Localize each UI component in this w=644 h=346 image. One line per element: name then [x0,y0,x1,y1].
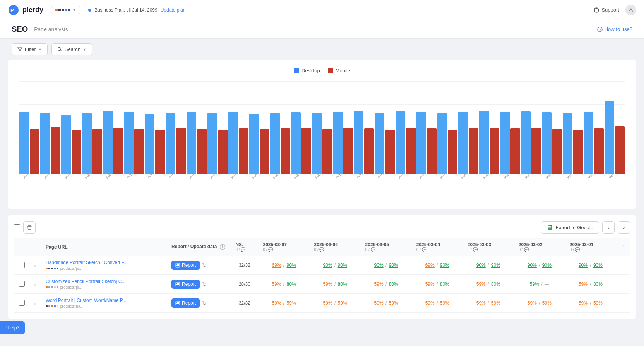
how-to-use-button[interactable]: ? How to use? [597,26,632,32]
next-page-button[interactable]: › [618,221,630,234]
score-link-s2[interactable]: 80% [440,281,449,287]
score-link-s1[interactable]: 59% [323,300,332,306]
score-link-s1[interactable]: 59% [579,281,588,287]
score-link-s1[interactable]: 69% [425,262,435,268]
score-link-s2[interactable]: 80% [287,281,296,287]
score-link-s2[interactable]: 90% [287,262,296,268]
score-link-s1[interactable]: 90% [579,262,588,268]
row-checkbox[interactable] [19,281,25,287]
report-button[interactable]: Report [171,298,200,308]
score-link-s2[interactable]: 59% [440,300,449,306]
trash-icon [27,225,32,230]
bar-mobile [406,128,416,174]
table-header-row: Page URL Report / Update data i NS: 0 / … [14,238,630,256]
score-link-s1[interactable]: 69% [272,262,281,268]
bar-mobile [51,127,60,174]
page-header: SEO Page analysis ? How to use? [0,20,644,39]
score-link-s1[interactable]: 59% [323,281,332,287]
score-link-s2[interactable]: 59% [542,300,552,306]
score-link-s1[interactable]: 90% [374,262,384,268]
score-link-s1[interactable]: 59% [374,281,384,287]
score-link-s1[interactable]: 59% [530,281,539,287]
score-link-s2[interactable]: 90% [542,262,552,268]
bar-desktop [312,113,322,174]
page-url-link[interactable]: Word Portrait | Custom Word/Name P... [46,298,162,303]
score-link-s2[interactable]: 90% [440,262,449,268]
prev-page-button[interactable]: ‹ [602,221,615,234]
score-link-s1[interactable]: 59% [374,300,384,306]
update-plan-link[interactable]: Update plan [161,7,186,13]
dot-blue [65,9,67,11]
score-link-s1[interactable]: 59% [476,300,486,306]
url-dot-0 [46,305,48,307]
row-checkbox[interactable] [19,300,25,306]
help-button[interactable]: ! help? [0,321,25,327]
score-link-s2[interactable]: 80% [389,281,398,287]
score-link-s1[interactable]: 90% [476,262,486,268]
plerdy-logo-icon: P [8,4,19,16]
bar-desktop [333,112,343,174]
delete-button[interactable] [23,221,36,234]
cell-score-6: 90% / 90% [565,256,616,275]
score-link-s1[interactable]: 59% [425,281,435,287]
th-ns: NS: 0 / 💬 [231,238,258,256]
score-link-s2[interactable]: 80% [338,281,347,287]
score-link-s1[interactable]: 90% [323,262,332,268]
score-link-s2[interactable]: 59% [491,300,500,306]
th-date-1: 2025-03-06 0 / 💬 [310,238,361,256]
score-link-s2[interactable]: 59% [593,300,603,306]
url-path: products/pr... [60,285,82,290]
score-link-s1[interactable]: 59% [528,300,537,306]
score-separator: / [334,262,336,268]
score-link-s1[interactable]: 59% [579,300,588,306]
report-button[interactable]: Report [171,280,200,289]
score-link-s2[interactable]: 90% [338,262,347,268]
select-all-checkbox[interactable] [14,224,20,230]
score-link-s1[interactable]: 59% [272,300,281,306]
cell-url: Customized Pencil Portrait Sketch| C... … [41,275,167,294]
cell-score-3: 59% / 80% [412,275,463,294]
refresh-button[interactable]: ↻ [202,300,207,306]
report-cell: Report ↻ [171,261,226,270]
page-url-link[interactable]: Handmade Portrait Sketch | Convert P... [46,260,162,265]
cell-more [616,256,630,275]
score-link-s1[interactable]: 59% [476,281,486,287]
svg-rect-21 [176,284,177,285]
support-button[interactable]: Support [593,7,619,13]
bar-mobile [260,129,269,174]
bar-mobile [552,129,562,174]
date-label: Feb 25, 2025 [398,174,413,179]
score-separator: / [488,262,489,268]
search-button[interactable]: Search ▼ [51,43,92,55]
th-ns-sub: 0 / 💬 [235,247,253,252]
row-checkbox[interactable] [19,262,25,268]
bar-desktop [228,112,238,174]
score-separator: / [590,281,591,287]
score-link-s2[interactable]: 90% [491,262,500,268]
refresh-button[interactable]: ↻ [202,281,207,287]
score-link-s2[interactable]: 59% [287,300,296,306]
plan-badge[interactable]: ▼ [51,6,80,14]
score-link-s2[interactable]: 80% [491,281,500,287]
refresh-button[interactable]: ↻ [202,262,207,268]
export-google-button[interactable]: Export to Google [541,221,599,234]
svg-rect-11 [28,225,31,226]
score-link-s1[interactable]: 59% [425,300,435,306]
score-cell: 59% / 59% [519,300,560,306]
legend-desktop: Desktop [294,68,320,73]
score-link-s2[interactable]: 80% [593,281,603,287]
filter-button[interactable]: Filter ▼ [12,43,48,55]
score-link-s2[interactable]: 59% [338,300,347,306]
th-date-4-value: 2025-03-03 [468,242,509,247]
score-link-s1[interactable]: 90% [528,262,537,268]
report-button[interactable]: Report [171,261,200,270]
th-date-3-value: 2025-03-04 [416,242,458,247]
bar-mobile [448,130,457,174]
cell-ns: 28/30 [231,275,258,294]
score-link-s2[interactable]: 90% [389,262,398,268]
page-url-link[interactable]: Customized Pencil Portrait Sketch| C... [46,279,162,284]
score-link-s2[interactable]: 59% [389,300,398,306]
user-menu-button[interactable] [625,5,636,15]
score-link-s2[interactable]: 90% [593,262,603,268]
score-link-s1[interactable]: 59% [272,281,281,287]
